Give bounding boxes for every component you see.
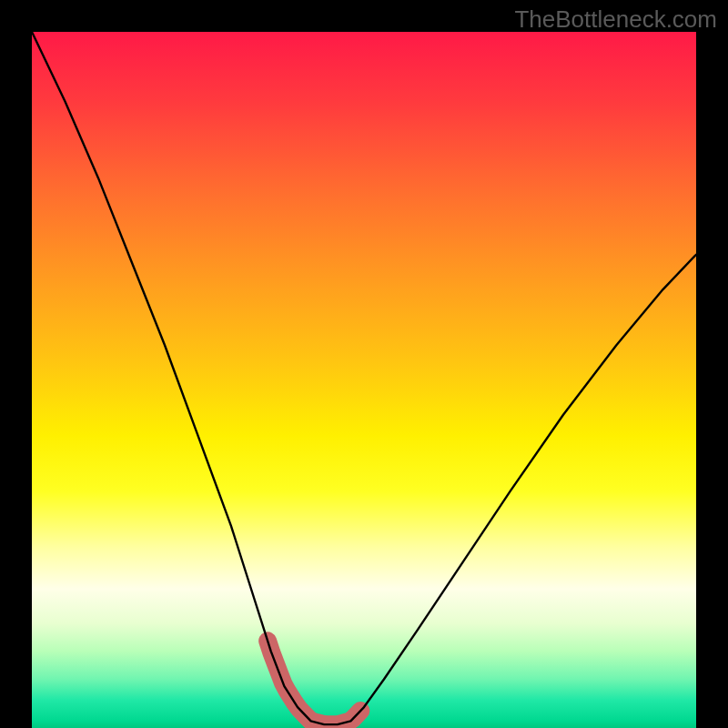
chart-plot-area	[32, 32, 696, 728]
bottleneck-curve-svg	[32, 32, 696, 728]
watermark-text: TheBottleneck.com	[514, 5, 717, 34]
bottleneck-curve-highlight	[268, 641, 360, 724]
bottleneck-curve-path	[32, 32, 696, 724]
